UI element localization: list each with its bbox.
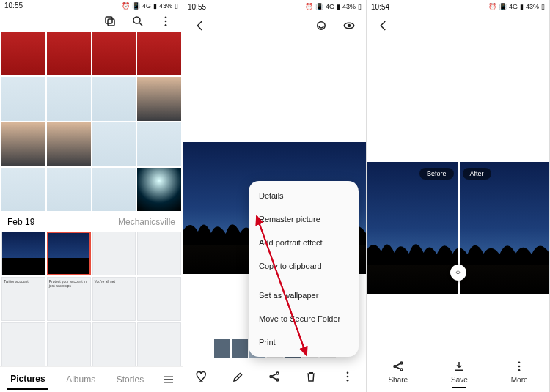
battery-text: 43% — [342, 3, 356, 10]
screenshot-thumb[interactable] — [137, 232, 181, 275]
svg-point-24 — [400, 362, 403, 364]
svg-rect-1 — [108, 19, 114, 26]
menu-set-wallpaper[interactable]: Set as wallpaper — [249, 284, 359, 307]
menu-portrait-effect[interactable]: Add portrait effect — [249, 231, 359, 254]
save-label: Save — [451, 376, 468, 384]
screenshot-thumb[interactable] — [92, 322, 136, 366]
share-button[interactable]: Share — [388, 360, 408, 384]
photo-thumb[interactable] — [47, 77, 91, 121]
photo-thumb[interactable] — [92, 122, 136, 166]
delete-icon[interactable] — [304, 370, 318, 383]
status-indicators: ⏰ 📳 4G ▮ 43% ▯ — [305, 3, 362, 10]
favorite-icon[interactable] — [195, 370, 208, 383]
battery-icon: ▯ — [175, 2, 178, 10]
tab-albums[interactable]: Albums — [63, 370, 98, 389]
viewer-bottom-toolbar — [183, 360, 366, 392]
svg-point-30 — [518, 369, 521, 371]
screenshot-thumb[interactable] — [137, 322, 181, 366]
screenshot-thumb[interactable] — [47, 322, 91, 366]
svg-point-17 — [276, 379, 279, 381]
menu-print[interactable]: Print — [249, 330, 359, 354]
card-caption: You're all set — [95, 279, 134, 284]
status-time: 10:55 — [4, 1, 23, 10]
gallery-toolbar — [0, 11, 183, 32]
share-icon — [392, 360, 405, 373]
more-options-icon — [513, 360, 526, 373]
back-icon[interactable] — [194, 19, 207, 32]
card-caption: Twitter account — [4, 279, 43, 284]
compare-slider-handle[interactable]: ‹› — [450, 265, 466, 281]
photo-thumb[interactable] — [137, 168, 181, 212]
card-caption: Protect your account in just two steps — [49, 279, 89, 288]
menu-remaster[interactable]: Remaster picture — [249, 207, 359, 231]
bixby-vision-icon[interactable] — [342, 19, 356, 32]
edit-icon[interactable] — [232, 370, 245, 383]
compare-canvas[interactable]: Before After ‹› — [367, 38, 549, 351]
photo-thumb[interactable] — [47, 168, 91, 212]
screenshot-thumb[interactable]: Protect your account in just two steps — [47, 277, 91, 321]
section-date: Feb 19 — [7, 217, 34, 227]
photo-thumb[interactable] — [92, 77, 136, 121]
photo-thumb[interactable] — [92, 168, 136, 212]
tab-stories[interactable]: Stories — [114, 370, 147, 389]
svg-line-19 — [272, 377, 276, 379]
svg-point-29 — [518, 365, 521, 367]
menu-copy-clipboard[interactable]: Copy to clipboard — [249, 254, 359, 278]
photo-thumb[interactable] — [1, 32, 45, 75]
photo-thumb[interactable] — [137, 122, 181, 166]
filmstrip-thumb[interactable] — [232, 339, 248, 358]
svg-point-5 — [165, 21, 167, 23]
tab-pictures[interactable]: Pictures — [7, 369, 48, 390]
photo-thumb[interactable] — [137, 77, 181, 121]
vibrate-icon: 📳 — [132, 2, 140, 10]
menu-details[interactable]: Details — [249, 184, 359, 207]
photo-thumb[interactable] — [137, 32, 181, 75]
alarm-icon: ⏰ — [305, 3, 313, 10]
battery-icon: ▯ — [358, 3, 362, 10]
network-icon: 4G — [326, 3, 334, 10]
remaster-actionbar: Share Save More — [367, 351, 549, 392]
screenshot-thumb[interactable]: You're all set — [92, 277, 136, 321]
section-header: Feb 19 Mechanicsville — [0, 211, 183, 232]
screenshot-thumb[interactable]: Twitter account — [1, 277, 45, 321]
photo-thumb-selected[interactable] — [47, 232, 91, 275]
screenshot-thumb[interactable] — [1, 322, 45, 366]
screenshot-thumb[interactable] — [92, 232, 136, 275]
photo-thumb[interactable] — [1, 77, 45, 121]
photo-thumb[interactable] — [47, 32, 91, 75]
svg-point-12 — [348, 25, 351, 27]
svg-point-4 — [165, 17, 167, 19]
svg-point-6 — [165, 24, 167, 26]
status-time: 10:55 — [188, 3, 206, 11]
create-collage-icon[interactable] — [103, 15, 117, 28]
vibrate-icon: 📳 — [499, 3, 507, 10]
viewer-toolbar — [183, 13, 366, 38]
photo-thumb[interactable] — [1, 232, 45, 275]
more-label: More — [511, 376, 528, 384]
svg-point-23 — [394, 365, 396, 367]
hamburger-menu-icon[interactable] — [162, 373, 175, 386]
svg-point-22 — [347, 379, 349, 381]
more-options-icon[interactable] — [159, 15, 172, 28]
photo-thumb[interactable] — [92, 32, 136, 75]
photo-image: Before After ‹› — [367, 162, 549, 294]
share-label: Share — [388, 376, 408, 384]
filmstrip-thumb[interactable] — [214, 339, 230, 358]
status-bar: 10:55 ⏰ 📳 4G ▮ 43% ▯ — [183, 0, 366, 13]
back-icon[interactable] — [377, 19, 390, 32]
auto-enhance-icon[interactable] — [315, 19, 328, 32]
photo-thumb[interactable] — [47, 122, 91, 166]
photo-thumb[interactable] — [1, 122, 45, 166]
search-icon[interactable] — [131, 15, 144, 28]
more-button[interactable]: More — [511, 360, 528, 384]
before-label: Before — [419, 168, 454, 180]
save-button[interactable]: Save — [451, 360, 468, 384]
screenshot-thumb[interactable] — [137, 277, 181, 321]
menu-secure-folder[interactable]: Move to Secure Folder — [249, 307, 359, 330]
photo-thumb[interactable] — [1, 168, 45, 212]
remaster-screen: 10:54 ⏰ 📳 4G ▮ 43% ▯ Before After ‹› — [367, 0, 550, 392]
share-icon[interactable] — [268, 370, 281, 383]
svg-line-26 — [396, 363, 400, 366]
more-options-icon[interactable] — [341, 370, 354, 383]
network-icon: 4G — [509, 3, 518, 10]
